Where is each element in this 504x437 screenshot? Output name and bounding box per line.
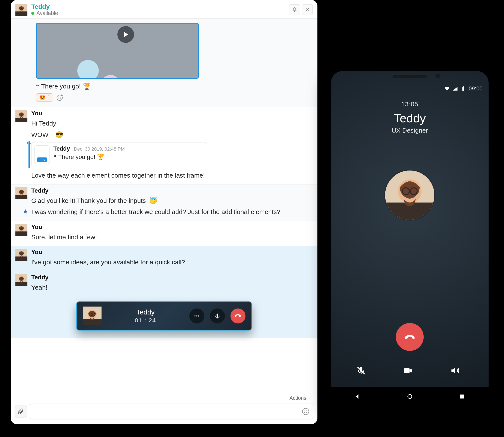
- chat-window: Teddy Available ❝ There you go! 🏆: [11, 0, 317, 424]
- message-text: I've got some ideas, are you available f…: [31, 257, 313, 267]
- message-item: You Sure, let me find a few!: [11, 221, 317, 246]
- sender-label: You: [31, 224, 313, 230]
- phone-screen: 09:00 13:05 Teddy UX Designer: [331, 71, 489, 407]
- sender-avatar[interactable]: [15, 110, 27, 122]
- status-time: 09:00: [469, 85, 483, 92]
- status-line: Available: [31, 10, 289, 16]
- close-button[interactable]: [302, 4, 313, 15]
- reactions-row: 😍 1: [36, 93, 199, 101]
- message-item: You I've got some ideas, are you availab…: [11, 246, 317, 271]
- notifications-button[interactable]: [289, 4, 300, 15]
- call-header: 13:05 Teddy UX Designer: [331, 100, 489, 134]
- call-hangup-button[interactable]: [230, 308, 246, 323]
- play-icon[interactable]: [117, 26, 134, 43]
- call-time: 13:05: [331, 100, 489, 108]
- call-name: Teddy: [107, 308, 184, 316]
- quote-timestamp: Dec. 30 2019, 02:48 PM: [74, 146, 125, 152]
- sender-label: Teddy: [31, 187, 313, 194]
- message-item: You Hi Teddy! WOW. 😎 mov Teddy Dec. 30 2…: [11, 107, 317, 185]
- status-text: Available: [36, 10, 58, 16]
- quote-sender: Teddy: [53, 145, 70, 152]
- call-more-button[interactable]: [189, 308, 204, 323]
- status-bar: 09:00: [331, 82, 489, 92]
- sender-avatar[interactable]: [15, 249, 27, 261]
- quoted-message[interactable]: mov Teddy Dec. 30 2019, 02:48 PM ❝ There…: [31, 142, 207, 167]
- message-item: Teddy Yeah! Teddy 01 : 24: [11, 271, 317, 338]
- call-controls: [331, 366, 489, 387]
- signal-icon: [452, 86, 458, 91]
- reply-arrow-icon: [26, 141, 31, 146]
- header-title-block: Teddy Available: [31, 3, 289, 16]
- message-text: Glad you like it! Thank you for the inpu…: [31, 196, 313, 206]
- trophy-icon: 🏆: [83, 82, 91, 90]
- sender-label: You: [31, 110, 313, 117]
- sender-avatar[interactable]: [15, 274, 27, 286]
- speaker-button[interactable]: [450, 366, 463, 379]
- call-avatar: [83, 307, 101, 325]
- attach-button[interactable]: [15, 406, 27, 417]
- message-text: Love the way each element comes together…: [31, 170, 313, 181]
- reaction-emoji-icon: 😍: [39, 94, 46, 100]
- wifi-icon: [444, 86, 450, 91]
- contact-name[interactable]: Teddy: [31, 3, 289, 10]
- message-item: Teddy Glad you like it! Thank you for th…: [11, 185, 317, 221]
- quote-text: ❝ There you go! 🏆: [53, 153, 125, 160]
- caption-text: There you go!: [41, 83, 81, 90]
- android-navbar: [331, 387, 489, 407]
- halo-icon: 😇: [149, 197, 157, 204]
- message-input[interactable]: [34, 408, 300, 415]
- message-text: Yeah!: [31, 283, 313, 293]
- call-info: Teddy 01 : 24: [107, 308, 184, 324]
- contact-avatar[interactable]: [15, 4, 27, 16]
- emoji-picker-button[interactable]: [302, 408, 309, 415]
- sunglasses-icon: 😎: [55, 131, 63, 138]
- battery-icon: [461, 86, 466, 91]
- actions-dropdown[interactable]: Actions: [11, 394, 317, 401]
- phone-device: 09:00 13:05 Teddy UX Designer: [326, 66, 493, 411]
- sender-avatar[interactable]: [15, 224, 27, 236]
- caller-name: Teddy: [331, 111, 489, 125]
- actions-label: Actions: [289, 395, 306, 401]
- hangup-button[interactable]: [396, 323, 424, 351]
- active-call-widget[interactable]: Teddy 01 : 24: [76, 301, 252, 330]
- call-mute-button[interactable]: [210, 308, 225, 323]
- quote-icon: ❝: [36, 83, 39, 89]
- message-text: Sure, let me find a few!: [31, 232, 313, 242]
- video-thumbnail[interactable]: [36, 23, 199, 79]
- file-icon: mov: [34, 145, 49, 164]
- message-item: ❝ There you go! 🏆 😍 1: [11, 19, 317, 107]
- add-reaction-button[interactable]: [56, 94, 64, 101]
- back-button[interactable]: [354, 393, 361, 401]
- video-caption: ❝ There you go! 🏆: [36, 82, 199, 90]
- composer: [11, 401, 317, 424]
- caller-avatar: [385, 170, 435, 220]
- star-icon[interactable]: ★: [23, 207, 28, 216]
- home-button[interactable]: [406, 393, 413, 401]
- sender-label: You: [31, 249, 313, 256]
- reaction-count: 1: [47, 94, 50, 100]
- quote-icon: ❝: [53, 153, 57, 160]
- reaction-chip[interactable]: 😍 1: [36, 93, 53, 101]
- sender-label: Teddy: [31, 274, 313, 281]
- status-dot-icon: [31, 12, 34, 15]
- message-input-wrapper: [30, 404, 313, 419]
- mute-button[interactable]: [356, 366, 369, 379]
- message-text: Hi Teddy!: [31, 119, 313, 129]
- chat-header: Teddy Available: [11, 0, 317, 19]
- message-list[interactable]: ❝ There you go! 🏆 😍 1 You: [11, 19, 317, 394]
- message-text: ★ I was wondering if there's a better tr…: [31, 207, 313, 217]
- message-text: WOW. 😎: [31, 130, 313, 140]
- video-attachment-block: ❝ There you go! 🏆 😍 1: [36, 23, 199, 105]
- chevron-down-icon: [308, 396, 312, 400]
- sender-avatar[interactable]: [15, 187, 27, 199]
- trophy-icon: 🏆: [97, 153, 105, 160]
- file-ext: mov: [37, 158, 47, 162]
- call-duration: 01 : 24: [107, 317, 184, 324]
- recents-button[interactable]: [459, 393, 466, 401]
- video-button[interactable]: [403, 366, 416, 379]
- caller-role: UX Designer: [331, 127, 489, 134]
